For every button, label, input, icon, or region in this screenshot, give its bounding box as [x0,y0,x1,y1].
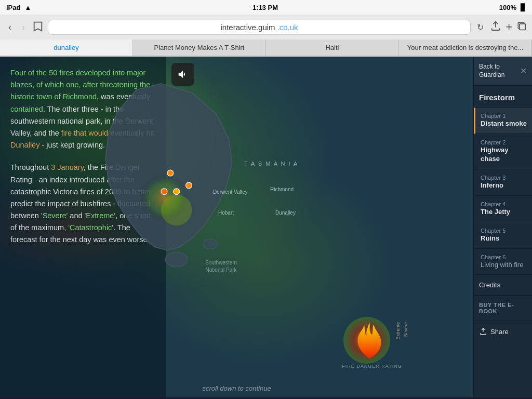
main-area: Four of the 50 fires developed into majo… [0,57,532,397]
content-area: Four of the 50 fires developed into majo… [0,57,473,397]
fire-danger-area: Severe Extreme FIRE DANGER RATING [338,312,406,369]
sidebar-close-button[interactable]: ✕ [520,66,527,76]
svg-point-2 [165,252,188,267]
tab-haiti[interactable]: Haiti [266,39,399,56]
back-to-guardian-button[interactable]: Back to Guardian ✕ [474,57,532,86]
share-icon [479,327,487,336]
browser-chrome: ‹ › interactive.guim.co.uk ↻ + dunalley … [0,15,532,57]
chapter-1-name: Distant smoke [481,119,527,128]
tabs-button[interactable] [516,21,527,34]
chapter-4-num: Chapter 4 [481,201,527,207]
chapter-6-item[interactable]: Chapter 6 Living with fire [474,249,532,275]
share-button[interactable]: Share [474,321,532,342]
svg-point-6 [167,170,174,176]
chapter-6-name: Living with fire [481,261,527,270]
svg-point-3 [203,239,218,249]
chapter-4-name: The Jetty [481,208,527,217]
status-left: iPad ▲ [6,4,31,11]
device-label: iPad [6,4,20,11]
svg-point-5 [161,195,192,225]
tab-planet-money[interactable]: Planet Money Makes A T-Shirt [133,39,266,56]
tasmania-map [62,77,260,275]
chapter-4-item[interactable]: Chapter 4 The Jetty [474,196,532,222]
chapter-2-item[interactable]: Chapter 2 Highway chase [474,134,532,169]
battery-label: 100% [499,4,516,11]
chapter-6-num: Chapter 6 [481,254,527,260]
browser-toolbar: ‹ › interactive.guim.co.uk ↻ + [0,15,532,39]
svg-point-8 [161,189,167,195]
reload-button[interactable]: ↻ [475,20,486,34]
credits-item[interactable]: Credits [474,275,532,296]
svg-rect-1 [520,23,526,30]
battery-icon: ▊ [521,4,526,11]
tab-meat[interactable]: Your meat addiction is destroying the... [399,39,532,56]
address-bar[interactable]: interactive.guim.co.uk [48,20,471,35]
chapter-5-item[interactable]: Chapter 5 Ruins [474,222,532,249]
chapter-1-item[interactable]: Chapter 1 Distant smoke [474,108,532,134]
chapter-2-name: Highway chase [481,146,527,164]
bookmark-button[interactable] [32,20,44,34]
svg-point-9 [186,182,192,189]
sidebar: Back to Guardian ✕ Firestorm Chapter 1 D… [473,57,532,397]
back-button[interactable]: ‹ [5,20,15,35]
chapter-3-item[interactable]: Chapter 3 Inferno [474,169,532,196]
svg-point-7 [174,189,180,195]
status-bar: iPad ▲ 1:13 PM 100% ▊ [0,0,532,15]
status-right: 100% ▊ [499,4,526,11]
chapter-2-num: Chapter 2 [481,139,527,145]
chapter-5-num: Chapter 5 [481,228,527,234]
chapter-3-name: Inferno [481,181,527,190]
buy-ebook-label: BUY THE E-BOOK [474,296,532,321]
url-domain: interactive.guim [221,23,275,32]
new-tab-button[interactable]: + [506,20,512,34]
url-tld: .co.uk [277,23,298,32]
severe-label: Severe [403,322,408,337]
forward-button[interactable]: › [19,20,28,35]
chapter-1-num: Chapter 1 [481,113,527,119]
extreme-label: Extreme [395,322,401,340]
chapter-3-num: Chapter 3 [481,175,527,181]
share-label: Share [490,328,509,336]
back-label: Back to Guardian [479,63,520,79]
story-title: Firestorm [474,86,532,108]
wifi-icon: ▲ [24,4,31,11]
tab-dunalley[interactable]: dunalley [0,39,133,56]
status-time: 1:13 PM [252,4,278,11]
browser-tabs: dunalley Planet Money Makes A T-Shirt Ha… [0,39,532,56]
chapter-5-name: Ruins [481,234,527,243]
scroll-hint: scroll down to continue [202,384,271,392]
share-button[interactable] [490,20,501,34]
